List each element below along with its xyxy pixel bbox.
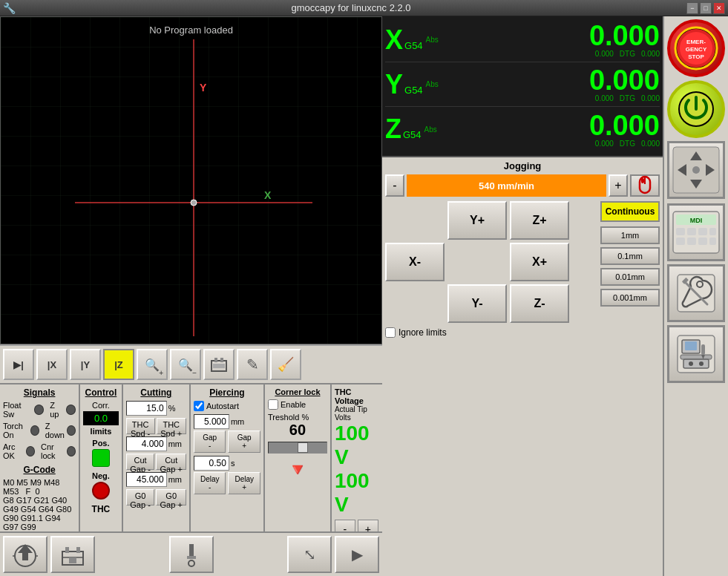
close-btn[interactable]: ✕: [713, 2, 725, 14]
cutting-row2: mm: [126, 436, 186, 451]
titlebar-controls: − □ ✕: [686, 2, 725, 14]
jog-title: Jogging: [385, 160, 660, 171]
autostart-label: Autostart: [206, 402, 239, 410]
cutting-value3[interactable]: [126, 472, 167, 487]
svg-rect-46: [687, 228, 696, 235]
zoom-in-btn[interactable]: 🔍+: [137, 349, 168, 380]
step-0001mm-btn[interactable]: 0.001mm: [600, 289, 660, 307]
corner-slider[interactable]: [268, 442, 327, 454]
next-btn[interactable]: ▶: [335, 536, 379, 573]
cut-gap-plus-btn[interactable]: Cut Gap +: [156, 454, 186, 470]
titlebar-title: gmoccapy for linuxcnc 2.2.0: [291, 2, 410, 13]
expand-btn[interactable]: ⤡: [287, 536, 332, 573]
pierce-gap-plus-btn[interactable]: Gap+: [228, 431, 260, 453]
cutting-value1[interactable]: [126, 401, 167, 416]
piercing-panel: Piercing Autostart mm Gap- Gap+ s: [191, 384, 265, 531]
x-plus-btn[interactable]: X+: [510, 243, 569, 281]
step-001mm-btn[interactable]: 0.01mm: [600, 268, 660, 286]
zoom-out-btn[interactable]: 🔍−: [170, 349, 201, 380]
z-ref-btn[interactable]: |Z: [103, 349, 134, 380]
home-all-icon: [12, 541, 39, 568]
thc-spd-row: THC Spd - THC Spd +: [126, 418, 186, 434]
jog-main-grid: Y+ Z+ X- X+ Y- Z-: [385, 201, 594, 341]
dro-area: X G54 Abs 0.000 0.000 DTG 0.000: [382, 16, 663, 157]
emergency-stop-btn[interactable]: EMER- GENCY STOP: [667, 19, 725, 77]
mdi-btn[interactable]: MDI: [667, 203, 725, 261]
x-ref-btn[interactable]: |X: [36, 349, 68, 380]
signal-row-torch: Torch On Z down: [3, 422, 76, 439]
y-plus-btn[interactable]: Y+: [447, 201, 507, 240]
thc-spd-minus-btn[interactable]: THC Spd -: [126, 418, 155, 434]
jog-mouse-btn[interactable]: [630, 174, 660, 197]
jog-speed-minus-btn[interactable]: -: [385, 174, 404, 197]
pierce-gap-minus-btn[interactable]: Gap-: [194, 431, 226, 453]
mouse-icon: [635, 175, 655, 196]
y-minus-btn[interactable]: Y-: [447, 284, 507, 323]
z-plus-btn[interactable]: Z+: [510, 201, 569, 240]
canvas-svg: Y X: [1, 17, 381, 344]
svg-rect-48: [709, 228, 716, 235]
cutting-row3: mm: [126, 472, 186, 487]
y-ref-btn[interactable]: |Y: [70, 349, 101, 380]
pierce-delay-btns: Delay- Delay+: [194, 472, 260, 494]
pierce-value1[interactable]: [194, 414, 229, 429]
power-btn[interactable]: [667, 80, 725, 138]
g0-gap-plus-btn[interactable]: G0 Gap +: [156, 489, 186, 505]
svg-rect-9: [213, 364, 225, 368]
pos-label: Pos.: [92, 439, 109, 448]
x-minus-btn[interactable]: X-: [385, 243, 445, 281]
y-abs-info: Abs: [426, 80, 439, 88]
jog-speed-plus-btn[interactable]: +: [609, 174, 628, 197]
jog-speed-row: - 540 mm/min +: [385, 174, 660, 197]
machine-icon: [676, 334, 716, 374]
far-right: EMER- GENCY STOP: [663, 16, 728, 576]
settings-btn[interactable]: [667, 264, 725, 322]
corner-enable-checkbox[interactable]: [268, 399, 278, 410]
cutting-value2[interactable]: [126, 436, 167, 451]
autostart-checkbox[interactable]: [194, 401, 204, 411]
pierce-value2[interactable]: [194, 456, 229, 471]
home-all-btn[interactable]: [3, 536, 47, 573]
machine-btn[interactable]: [667, 325, 725, 383]
pierce-delay-plus-btn[interactable]: Delay+: [228, 472, 260, 494]
thc-spd-plus-btn[interactable]: THC Spd +: [157, 418, 186, 434]
z-down-led: [67, 425, 76, 436]
actual-tip-label: Actual Tip Volts: [335, 405, 379, 422]
x-dtg-val: 0.000: [641, 50, 660, 58]
continuous-btn[interactable]: Continuous: [600, 201, 660, 222]
fixture-icon: [209, 355, 229, 374]
signal-row-arcok: Arc OK Cnr lock: [3, 442, 76, 460]
cut-gap-row: Cut Gap - Cut Gap +: [126, 454, 186, 470]
fixture-btn[interactable]: [203, 349, 235, 380]
cutting-row1: %: [126, 401, 186, 416]
ignore-limits-checkbox[interactable]: [385, 327, 396, 338]
piercing-title: Piercing: [194, 387, 260, 398]
step-01mm-btn[interactable]: 0.1mm: [600, 247, 660, 265]
step-1mm-btn[interactable]: 1mm: [600, 226, 660, 244]
tool-change-btn[interactable]: [169, 536, 214, 573]
svg-point-63: [699, 361, 704, 366]
x-g54: G54: [404, 40, 423, 51]
arrow-pad-btn[interactable]: [667, 141, 725, 199]
no-program-label: No Program loaded: [149, 24, 233, 36]
maximize-btn[interactable]: □: [700, 2, 712, 14]
signal-row-floatsw: Float Sw Z up: [3, 401, 76, 419]
z-minus-btn[interactable]: Z-: [510, 284, 569, 323]
cutting-unit3: mm: [168, 475, 182, 484]
clean-btn[interactable]: 🧹: [270, 349, 301, 380]
pierce-delay-minus-btn[interactable]: Delay-: [194, 472, 226, 494]
bottom-toolbar: ⤡ ▶: [0, 531, 382, 576]
cut-gap-minus-btn[interactable]: Cut Gap -: [126, 454, 155, 470]
home-selected-btn[interactable]: [50, 536, 95, 573]
gcode-title: G-Code: [3, 465, 76, 475]
thc-label[interactable]: THC: [92, 504, 111, 514]
svg-text:STOP: STOP: [688, 53, 704, 60]
z-g54: G54: [403, 129, 422, 140]
g0-gap-minus-btn[interactable]: G0 Gap -: [126, 489, 155, 505]
edit-btn[interactable]: ✎: [237, 349, 268, 380]
jog-row2: X- X+: [385, 243, 594, 281]
svg-point-62: [689, 361, 693, 366]
program-btn[interactable]: ▶|: [3, 349, 34, 380]
minimize-btn[interactable]: −: [686, 2, 698, 14]
z-axis-label: Z G54: [385, 114, 422, 145]
